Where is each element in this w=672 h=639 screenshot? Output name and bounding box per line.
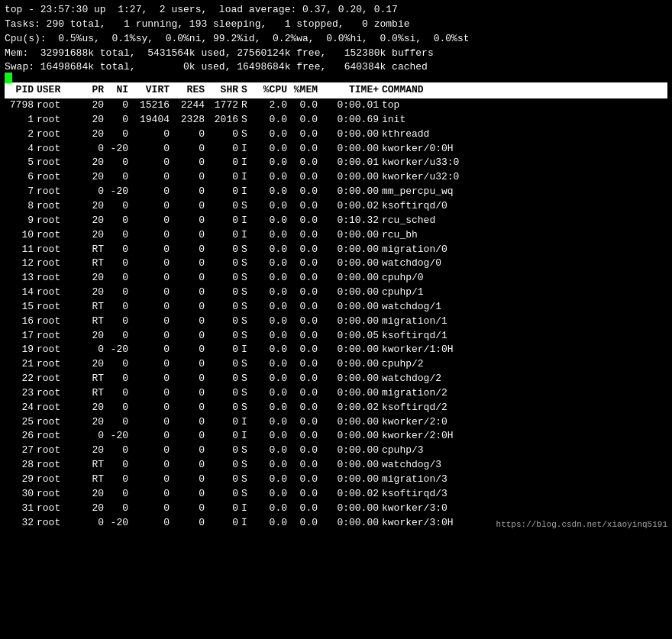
cell-shr: 0 — [208, 386, 241, 401]
cell-user: root — [37, 228, 82, 243]
cell-cmd: migration/3 — [382, 473, 667, 487]
cell-ni: 0 — [107, 372, 131, 386]
cell-virt: 0 — [131, 458, 173, 473]
cell-pid: 21 — [5, 357, 37, 372]
cell-res: 0 — [173, 487, 208, 502]
cell-pid: 15 — [5, 300, 37, 315]
cell-pid: 29 — [5, 473, 37, 487]
table-row: 10 root 20 0 0 0 0 I 0.0 0.0 0:00.00 rcu… — [5, 228, 667, 243]
cell-cmd: cpuhp/3 — [382, 444, 667, 458]
header-line-5: Swap: 16498684k total, 0k used, 16498684… — [5, 60, 428, 75]
cell-time: 0:00.01 — [321, 98, 382, 113]
cell-ni: -20 — [107, 429, 131, 444]
cell-pid: 11 — [5, 243, 37, 257]
cell-s: S — [241, 329, 255, 344]
table-row: 7 root 0 -20 0 0 0 I 0.0 0.0 0:00.00 mm_… — [5, 185, 667, 199]
cell-user: root — [37, 127, 82, 142]
table-row: 2 root 20 0 0 0 0 S 0.0 0.0 0:00.00 kthr… — [5, 127, 667, 142]
cell-s: S — [241, 127, 255, 142]
table-row: 9 root 20 0 0 0 0 I 0.0 0.0 0:10.32 rcu_… — [5, 214, 667, 228]
cell-user: root — [37, 458, 82, 473]
cell-mem: 0.0 — [290, 386, 321, 401]
cell-shr: 0 — [208, 271, 241, 286]
cell-shr: 0 — [208, 156, 241, 170]
cell-pid: 19 — [5, 343, 37, 357]
cell-shr: 0 — [208, 127, 241, 142]
cell-pid: 26 — [5, 429, 37, 444]
cell-res: 0 — [173, 127, 208, 142]
cell-pr: RT — [82, 257, 107, 271]
cell-pr: RT — [82, 458, 107, 473]
cell-pid: 30 — [5, 487, 37, 502]
cell-s: S — [241, 372, 255, 386]
cell-res: 0 — [173, 271, 208, 286]
cell-ni: 0 — [107, 458, 131, 473]
cell-mem: 0.0 — [290, 127, 321, 142]
cell-virt: 0 — [131, 156, 173, 170]
cell-time: 0:00.00 — [321, 243, 382, 257]
cell-mem: 0.0 — [290, 156, 321, 170]
cell-pr: 20 — [82, 98, 107, 113]
cell-res: 0 — [173, 243, 208, 257]
cell-pid: 16 — [5, 315, 37, 329]
cell-time: 0:00.02 — [321, 401, 382, 415]
table-row: 24 root 20 0 0 0 0 S 0.0 0.0 0:00.02 kso… — [5, 401, 667, 415]
cell-res: 0 — [173, 473, 208, 487]
cell-shr: 0 — [208, 372, 241, 386]
cell-res: 0 — [173, 300, 208, 315]
col-header-pr: PR — [82, 83, 107, 98]
process-table: 7798 root 20 0 15216 2244 1772 R 2.0 0.0… — [5, 98, 667, 530]
cell-shr: 0 — [208, 343, 241, 357]
cell-pid: 14 — [5, 286, 37, 300]
header-line-2: Tasks: 290 total, 1 running, 193 sleepin… — [5, 18, 667, 32]
cell-ni: 0 — [107, 243, 131, 257]
cell-cpu: 0.0 — [255, 502, 290, 516]
cell-pr: 20 — [82, 401, 107, 415]
table-row: 26 root 0 -20 0 0 0 I 0.0 0.0 0:00.00 kw… — [5, 429, 667, 444]
cell-ni: -20 — [107, 516, 131, 531]
cell-time: 0:00.00 — [321, 473, 382, 487]
col-header-mem: %MEM — [290, 83, 321, 98]
table-row: 21 root 20 0 0 0 0 S 0.0 0.0 0:00.00 cpu… — [5, 357, 667, 372]
cell-user: root — [37, 516, 82, 531]
table-row: 22 root RT 0 0 0 0 S 0.0 0.0 0:00.00 wat… — [5, 372, 667, 386]
cell-cpu: 0.0 — [255, 329, 290, 344]
cell-time: 0:00.69 — [321, 113, 382, 127]
cell-cmd: rcu_bh — [382, 228, 667, 243]
cell-res: 0 — [173, 444, 208, 458]
cell-virt: 0 — [131, 315, 173, 329]
cell-cpu: 0.0 — [255, 257, 290, 271]
cell-time: 0:00.00 — [321, 444, 382, 458]
cell-time: 0:00.00 — [321, 127, 382, 142]
cell-mem: 0.0 — [290, 315, 321, 329]
cell-s: I — [241, 502, 255, 516]
cell-pr: 20 — [82, 113, 107, 127]
cell-virt: 0 — [131, 415, 173, 430]
cell-ni: -20 — [107, 142, 131, 157]
cell-pid: 12 — [5, 257, 37, 271]
cell-cmd: kworker/0:0H — [382, 142, 667, 157]
cell-s: I — [241, 429, 255, 444]
cell-cpu: 0.0 — [255, 444, 290, 458]
cell-user: root — [37, 329, 82, 344]
cell-time: 0:00.02 — [321, 487, 382, 502]
cell-cpu: 0.0 — [255, 386, 290, 401]
cell-time: 0:00.00 — [321, 502, 382, 516]
cell-cmd: migration/1 — [382, 315, 667, 329]
cell-cpu: 0.0 — [255, 372, 290, 386]
cell-pr: RT — [82, 473, 107, 487]
cell-mem: 0.0 — [290, 214, 321, 228]
cell-pid: 6 — [5, 170, 37, 185]
cell-cmd: init — [382, 113, 667, 127]
cell-cpu: 0.0 — [255, 473, 290, 487]
cell-ni: 0 — [107, 444, 131, 458]
cell-virt: 0 — [131, 473, 173, 487]
cell-mem: 0.0 — [290, 228, 321, 243]
table-row: 27 root 20 0 0 0 0 S 0.0 0.0 0:00.00 cpu… — [5, 444, 667, 458]
cell-res: 0 — [173, 329, 208, 344]
cell-shr: 0 — [208, 473, 241, 487]
cell-res: 0 — [173, 199, 208, 214]
table-row: 17 root 20 0 0 0 0 S 0.0 0.0 0:00.05 kso… — [5, 329, 667, 344]
cell-pr: 20 — [82, 271, 107, 286]
cell-shr: 2016 — [208, 113, 241, 127]
